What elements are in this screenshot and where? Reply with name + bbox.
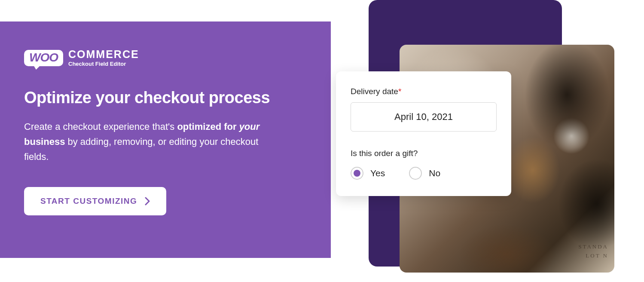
desc-strong-pre: optimized for bbox=[177, 121, 239, 132]
radio-label-no: No bbox=[429, 168, 440, 178]
delivery-date-label: Delivery date* bbox=[351, 87, 497, 96]
radio-icon bbox=[351, 167, 363, 180]
radio-label-yes: Yes bbox=[370, 168, 385, 178]
logo-subtitle: Checkout Field Editor bbox=[68, 61, 139, 67]
checkout-form-card: Delivery date* Is this order a gift? Yes… bbox=[336, 71, 511, 196]
gift-radio-group: Yes No bbox=[351, 167, 497, 180]
desc-part-1: Create a checkout experience that's bbox=[24, 121, 177, 132]
logo-commerce-text: COMMERCE bbox=[68, 49, 139, 60]
radio-icon bbox=[409, 167, 422, 180]
woo-logo-bubble: WOO bbox=[24, 50, 63, 66]
hero-panel: WOO COMMERCE Checkout Field Editor Optim… bbox=[0, 21, 331, 258]
cta-label: START CUSTOMIZING bbox=[40, 196, 137, 206]
required-indicator: * bbox=[398, 87, 401, 96]
logo: WOO COMMERCE Checkout Field Editor bbox=[24, 49, 307, 67]
desc-em: your bbox=[239, 121, 260, 132]
chevron-right-icon bbox=[145, 197, 150, 205]
gift-radio-yes[interactable]: Yes bbox=[351, 167, 385, 180]
delivery-date-label-text: Delivery date bbox=[351, 87, 398, 96]
desc-strong-post: business bbox=[24, 136, 65, 147]
gift-question-label: Is this order a gift? bbox=[351, 149, 497, 158]
hero-description: Create a checkout experience that's opti… bbox=[24, 119, 265, 165]
start-customizing-button[interactable]: START CUSTOMIZING bbox=[24, 187, 166, 215]
hero-headline: Optimize your checkout process bbox=[24, 89, 307, 107]
logo-text: COMMERCE Checkout Field Editor bbox=[68, 49, 139, 67]
delivery-date-input[interactable] bbox=[351, 102, 497, 132]
gift-radio-no[interactable]: No bbox=[409, 167, 440, 180]
